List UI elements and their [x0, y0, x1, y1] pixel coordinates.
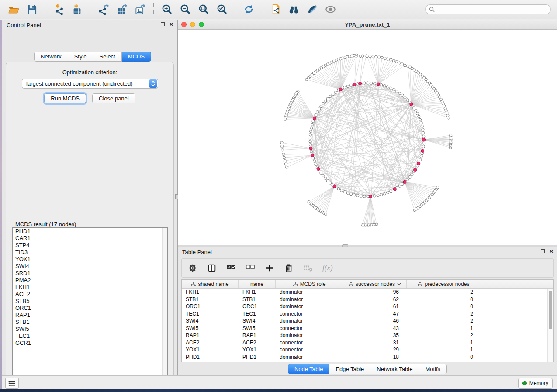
- satellite-node[interactable]: [281, 149, 284, 151]
- task-history-button[interactable]: [5, 378, 19, 389]
- ring-node[interactable]: [373, 195, 376, 197]
- close-panel-icon[interactable]: ✕: [549, 249, 554, 254]
- mcds-node[interactable]: [353, 83, 356, 86]
- satellite-node[interactable]: [398, 62, 401, 64]
- deselect-all-button[interactable]: [246, 262, 255, 274]
- mcds-result-item[interactable]: STB5: [13, 298, 167, 305]
- ring-node[interactable]: [326, 97, 329, 100]
- ring-node[interactable]: [390, 87, 392, 89]
- ring-node[interactable]: [414, 109, 417, 112]
- ring-node[interactable]: [373, 82, 376, 85]
- column-header-successor-nodes[interactable]: successor nodes: [343, 280, 407, 288]
- ring-node[interactable]: [412, 107, 415, 109]
- ring-node[interactable]: [316, 111, 318, 113]
- table-scrollbar[interactable]: [547, 289, 553, 362]
- satellite-node[interactable]: [395, 60, 398, 63]
- ring-node[interactable]: [401, 183, 404, 186]
- satellite-node[interactable]: [305, 78, 308, 81]
- satellite-node[interactable]: [390, 58, 392, 61]
- ring-node[interactable]: [334, 91, 337, 93]
- mcds-result-item[interactable]: PMA2: [13, 277, 167, 284]
- mcds-result-item[interactable]: STP4: [13, 242, 167, 249]
- zoom-fit-button[interactable]: [196, 2, 211, 17]
- close-panel-icon[interactable]: ✕: [169, 22, 173, 27]
- ring-node[interactable]: [329, 95, 332, 98]
- column-header-name[interactable]: name: [239, 280, 276, 288]
- ring-node[interactable]: [322, 102, 324, 105]
- ring-node[interactable]: [401, 94, 404, 96]
- run-mcds-button[interactable]: Run MCDS: [44, 93, 86, 103]
- ring-node[interactable]: [309, 140, 311, 143]
- tab-network-table[interactable]: Network Table: [370, 364, 419, 374]
- ring-node[interactable]: [406, 99, 409, 101]
- ring-node[interactable]: [310, 150, 313, 153]
- tab-network[interactable]: Network: [34, 52, 68, 62]
- binoculars-button[interactable]: [286, 2, 301, 17]
- ring-node[interactable]: [356, 194, 359, 197]
- table-row[interactable]: STB1STB1dominator620: [182, 296, 547, 303]
- ring-node[interactable]: [418, 115, 420, 118]
- satellite-node[interactable]: [369, 55, 371, 58]
- tab-edge-table[interactable]: Edge Table: [329, 364, 370, 374]
- open-folder-button[interactable]: [6, 2, 21, 17]
- mcds-node[interactable]: [403, 180, 406, 183]
- optimization-dropdown[interactable]: largest connected component (undirected): [22, 79, 158, 89]
- ring-node[interactable]: [393, 88, 395, 91]
- mcds-result-item[interactable]: STB1: [13, 319, 167, 326]
- satellite-node[interactable]: [436, 186, 439, 189]
- mcds-result-item[interactable]: TID3: [13, 249, 167, 256]
- vizmap-button[interactable]: [304, 2, 319, 17]
- ring-node[interactable]: [416, 112, 419, 115]
- node-table[interactable]: shared namenameMCDS rolesuccessor nodesp…: [181, 279, 554, 362]
- ring-node[interactable]: [390, 190, 392, 193]
- ring-node[interactable]: [343, 86, 346, 89]
- save-button[interactable]: [24, 2, 39, 17]
- ring-node[interactable]: [309, 137, 311, 139]
- table-row[interactable]: YOX1YOX1connector291: [182, 346, 547, 354]
- mcds-node[interactable]: [421, 149, 424, 152]
- float-panel-icon[interactable]: [161, 22, 165, 27]
- mcds-result-item[interactable]: GCR1: [13, 340, 167, 347]
- ring-node[interactable]: [310, 127, 313, 129]
- satellite-node[interactable]: [377, 56, 380, 58]
- tab-motifs[interactable]: Motifs: [419, 364, 447, 374]
- ring-node[interactable]: [349, 84, 352, 86]
- table-row[interactable]: RAP1RAP1dominator352: [182, 332, 547, 339]
- ring-node[interactable]: [408, 175, 411, 178]
- search-box[interactable]: [425, 4, 551, 14]
- mcds-result-item[interactable]: FKH1: [13, 284, 167, 291]
- mcds-node[interactable]: [359, 82, 362, 85]
- ring-node[interactable]: [422, 131, 425, 134]
- network-window-titlebar[interactable]: YPA_prune.txt_1: [178, 20, 557, 30]
- network-canvas[interactable]: [178, 30, 557, 245]
- ring-node[interactable]: [329, 182, 332, 184]
- ring-node[interactable]: [377, 194, 379, 196]
- satellite-node[interactable]: [282, 153, 285, 156]
- ring-node[interactable]: [309, 144, 311, 146]
- ring-node[interactable]: [311, 123, 314, 126]
- mcds-node[interactable]: [369, 195, 372, 198]
- zoom-in-button[interactable]: [159, 2, 174, 17]
- ring-node[interactable]: [315, 113, 317, 116]
- mcds-node[interactable]: [422, 138, 425, 141]
- select-all-button[interactable]: [226, 262, 236, 274]
- refresh-button[interactable]: [241, 2, 256, 17]
- satellite-node[interactable]: [366, 55, 368, 58]
- ring-node[interactable]: [411, 173, 413, 175]
- ring-node[interactable]: [322, 174, 324, 177]
- list-scrollbar[interactable]: [162, 228, 167, 382]
- ring-node[interactable]: [380, 193, 383, 196]
- mcds-node[interactable]: [313, 117, 316, 120]
- mcds-result-item[interactable]: CAR1: [13, 235, 167, 242]
- ring-node[interactable]: [422, 142, 425, 144]
- ring-node[interactable]: [422, 135, 425, 138]
- ring-node[interactable]: [320, 172, 322, 174]
- mcds-node[interactable]: [339, 88, 342, 91]
- satellite-node[interactable]: [324, 213, 327, 215]
- ring-node[interactable]: [363, 82, 366, 84]
- satellite-node[interactable]: [450, 134, 452, 137]
- mcds-result-item[interactable]: SWI4: [13, 263, 167, 270]
- ring-node[interactable]: [315, 163, 317, 165]
- satellite-node[interactable]: [372, 55, 374, 58]
- table-row[interactable]: ORC1ORC1dominator610: [182, 303, 547, 310]
